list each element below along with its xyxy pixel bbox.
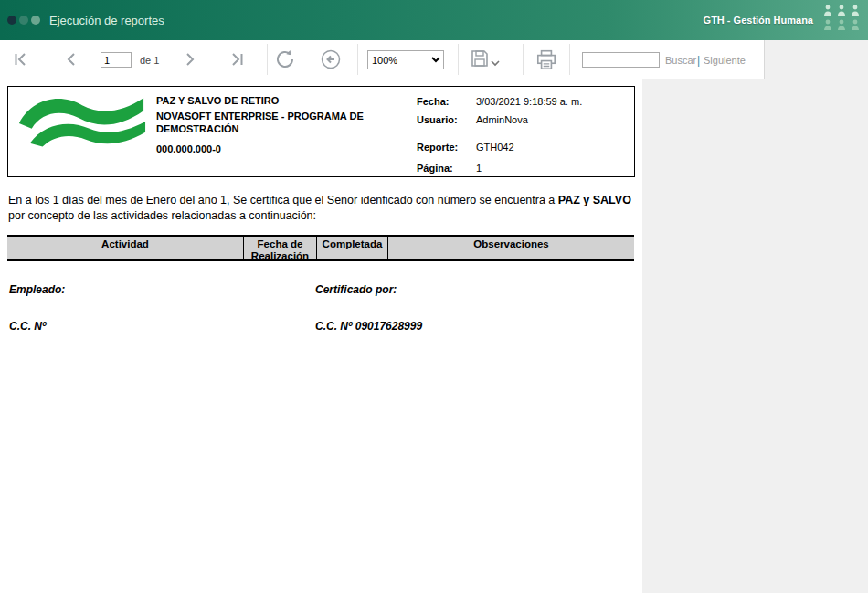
refresh-icon <box>274 48 296 70</box>
toolbar-separator <box>267 44 268 75</box>
employee-cc: C.C. Nº <box>9 320 46 333</box>
viewer-background: de 1 <box>0 40 868 593</box>
novasoft-logo <box>14 90 149 153</box>
refresh-button[interactable] <box>274 48 296 70</box>
toolbar-separator <box>458 44 459 75</box>
last-page-icon <box>227 49 247 69</box>
report-page: PAZ Y SALVO DE RETIRO NOVASOFT ENTERPRIS… <box>0 79 642 593</box>
save-export-icon <box>470 48 490 69</box>
first-page-icon <box>11 49 31 69</box>
search-input[interactable] <box>582 52 660 68</box>
field-value-pagina: 1 <box>476 163 482 174</box>
toolbar-separator <box>312 44 312 75</box>
certification-highlight: PAZ y SALVO <box>558 194 631 206</box>
zoom-select[interactable]: 100% <box>367 50 444 69</box>
activities-table-header: Actividad Fecha de Realización Completad… <box>7 235 634 261</box>
field-label-fecha: Fecha: <box>417 96 449 107</box>
back-icon <box>320 48 342 70</box>
previous-page-icon <box>62 49 82 69</box>
save-export-button[interactable] <box>470 48 501 69</box>
toolbar-separator <box>569 44 570 75</box>
print-icon <box>535 48 558 72</box>
report-header: PAZ Y SALVO DE RETIRO NOVASOFT ENTERPRIS… <box>7 86 635 177</box>
chevron-down-icon <box>490 59 501 67</box>
table-header-observaciones: Observaciones <box>387 237 634 259</box>
page-of-label: de 1 <box>140 55 159 66</box>
field-value-usuario: AdminNova <box>476 114 528 125</box>
certification-paragraph: En a los 1 días del mes de Enero del año… <box>8 193 635 224</box>
report-subtitle: NOVASOFT ENTERPRISE - PROGRAMA DE DEMOST… <box>156 110 377 135</box>
table-header-actividad: Actividad <box>7 237 243 259</box>
employee-label: Empleado: <box>9 283 65 296</box>
field-label-reporte: Reporte: <box>417 142 458 153</box>
print-button[interactable] <box>535 48 558 72</box>
field-label-usuario: Usuario: <box>417 114 458 125</box>
company-id: 000.000.000-0 <box>156 143 221 154</box>
titlebar: Ejecución de reportes GTH - Gestión Huma… <box>0 0 868 40</box>
window-dot-icon <box>19 16 28 25</box>
next-page-button[interactable] <box>179 49 199 69</box>
window-dot-icon <box>7 16 16 25</box>
titlebar-right: GTH - Gestión Humana <box>704 0 863 40</box>
toolbar-separator <box>523 44 524 75</box>
previous-page-button[interactable] <box>62 49 82 69</box>
last-page-button[interactable] <box>227 49 247 69</box>
next-page-icon <box>179 49 199 69</box>
table-header-completada: Completada <box>316 237 387 259</box>
certifier-label: Certificado por: <box>315 283 397 296</box>
find-label: Buscar <box>665 55 696 66</box>
find-separator: | <box>697 54 700 67</box>
report-toolbar: de 1 <box>0 40 765 79</box>
page-number-input[interactable] <box>101 52 132 68</box>
certifier-cc: C.C. Nº 09017628999 <box>315 320 422 333</box>
certification-prefix: En a los 1 días del mes de Enero del año… <box>8 194 558 206</box>
find-next-link[interactable]: Siguiente <box>704 55 746 66</box>
certification-suffix: por concepto de las actividades relacion… <box>8 209 316 222</box>
toolbar-separator <box>357 44 358 75</box>
module-label: GTH - Gestión Humana <box>704 15 813 26</box>
field-value-reporte: GTH042 <box>476 142 514 153</box>
table-header-fecha: Fecha de Realización <box>243 237 316 259</box>
people-grid-icon <box>820 2 863 38</box>
field-label-pagina: Página: <box>417 163 453 174</box>
window-dot-icon <box>31 16 40 25</box>
first-page-button[interactable] <box>11 49 31 69</box>
window-dots <box>7 16 40 25</box>
field-value-fecha: 3/03/2021 9:18:59 a. m. <box>476 96 582 107</box>
back-button[interactable] <box>320 48 342 70</box>
report-title: PAZ Y SALVO DE RETIRO <box>156 95 385 106</box>
page-title: Ejecución de reportes <box>49 14 164 27</box>
